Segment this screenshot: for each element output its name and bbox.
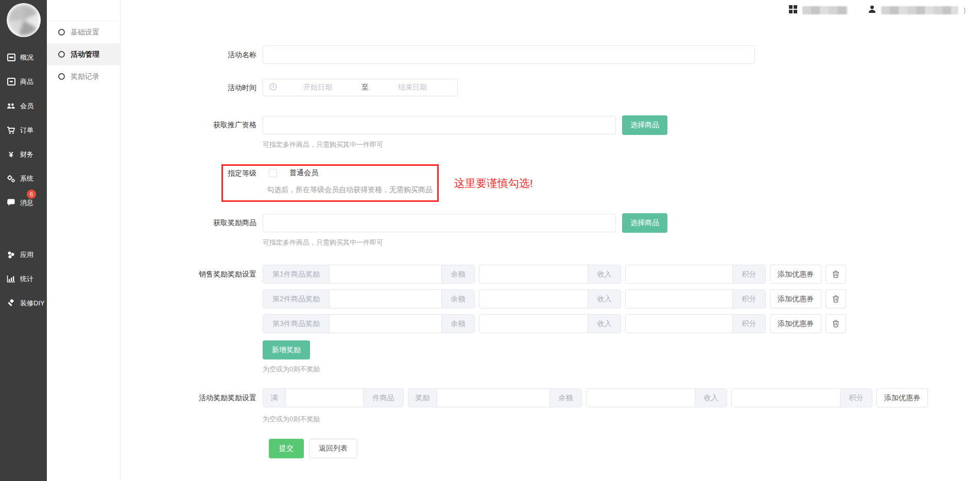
sales-reward-hint: 为空或为0则不奖励 bbox=[263, 365, 846, 374]
sidebar-item-products[interactable]: 商品 bbox=[0, 70, 47, 94]
activity-reward-balance-input[interactable] bbox=[437, 389, 549, 407]
sidebar-item-messages[interactable]: 消息 6 bbox=[0, 191, 47, 215]
select-product-button[interactable]: 选择商品 bbox=[622, 115, 667, 135]
income-addon: 收入 bbox=[588, 315, 621, 333]
add-coupon-button[interactable]: 添加优惠券 bbox=[876, 388, 928, 407]
gears-icon bbox=[7, 174, 15, 183]
add-coupon-button[interactable]: 添加优惠券 bbox=[770, 265, 821, 284]
activity-reward-hint: 为空或为0则不奖励 bbox=[263, 415, 928, 424]
sales-row-2-income-input[interactable] bbox=[479, 290, 588, 308]
add-coupon-button[interactable]: 添加优惠券 bbox=[770, 289, 821, 308]
add-coupon-button[interactable]: 添加优惠券 bbox=[770, 314, 821, 333]
reward-product-input[interactable] bbox=[263, 214, 616, 232]
sidebar-item-overview[interactable]: 概况 bbox=[0, 45, 47, 70]
sales-reward-row-3: 第3件商品奖励 余额 收入 积分 bbox=[263, 314, 846, 333]
sidebar-item-label: 装修DIY bbox=[20, 299, 45, 308]
end-date-placeholder: 结束日期 bbox=[374, 83, 451, 92]
sidebar-item-label: 会员 bbox=[20, 101, 33, 111]
topbar: ) bbox=[789, 5, 966, 15]
sales-row-1-points-input[interactable] bbox=[626, 265, 732, 283]
activity-reward-points-input[interactable] bbox=[732, 389, 840, 407]
overview-icon bbox=[7, 53, 15, 62]
delete-row-button[interactable] bbox=[826, 289, 846, 308]
message-badge: 6 bbox=[27, 190, 36, 199]
submenu-item-label: 活动管理 bbox=[71, 50, 99, 59]
activity-name-input[interactable] bbox=[263, 45, 755, 64]
reward-addon: 奖励 bbox=[408, 389, 437, 407]
trash-icon bbox=[832, 320, 839, 328]
activity-name-label: 活动名称 bbox=[121, 45, 263, 64]
sales-row-1-balance-input[interactable] bbox=[330, 265, 441, 283]
grid-icon[interactable] bbox=[789, 5, 797, 15]
level-checkbox-label: 普通会员 bbox=[289, 168, 318, 178]
sidebar-item-statistics[interactable]: 统计 bbox=[0, 267, 47, 291]
sales-row-3-balance-input[interactable] bbox=[330, 315, 441, 333]
app-root: 概况 商品 会员 订单 ¥ 财务 bbox=[0, 0, 980, 481]
promo-qualification-input[interactable] bbox=[263, 116, 616, 134]
add-reward-button[interactable]: 新增奖励 bbox=[263, 340, 310, 359]
sidebar-item-members[interactable]: 会员 bbox=[0, 94, 47, 118]
delete-row-button[interactable] bbox=[826, 265, 846, 284]
bar-chart-icon bbox=[7, 274, 15, 283]
user-icon[interactable] bbox=[868, 5, 876, 15]
reward-product-hint: 可指定多件商品，只需购买其中一件即可 bbox=[263, 238, 667, 247]
chat-bubble-icon bbox=[7, 198, 15, 207]
redacted-user-name[interactable] bbox=[881, 6, 958, 14]
activity-reward-row: 活动奖励奖励设置 满 件商品 奖励 余额 bbox=[121, 388, 980, 424]
income-addon: 收入 bbox=[695, 389, 727, 407]
circle-icon bbox=[58, 51, 65, 58]
submenu-item-activity-management[interactable]: 活动管理 bbox=[47, 43, 120, 65]
select-product-button[interactable]: 选择商品 bbox=[622, 213, 667, 233]
sidebar-item-label: 应用 bbox=[20, 250, 33, 260]
sales-row-3-income-input[interactable] bbox=[479, 315, 588, 333]
clock-icon bbox=[269, 83, 277, 93]
redacted-shop-name[interactable] bbox=[802, 6, 848, 14]
sidebar-item-apps[interactable]: 应用 bbox=[0, 243, 47, 267]
sales-reward-row-1: 第1件商品奖励 余额 收入 积分 bbox=[263, 265, 846, 284]
sidebar-item-label: 财务 bbox=[20, 150, 33, 159]
reward-product-row: 获取奖励商品 选择商品 可指定多件商品，只需购买其中一件即可 bbox=[121, 213, 980, 247]
activity-reward-qty-input[interactable] bbox=[286, 389, 363, 407]
activity-form: 活动名称 活动时间 开始日期 至 结束日期 获取推广资格 bbox=[121, 0, 980, 458]
promo-qualification-label: 获取推广资格 bbox=[121, 115, 263, 134]
level-hint: 勾选后，所在等级会员自动获得资格，无需购买商品 bbox=[267, 185, 980, 195]
sales-reward-row: 销售奖励奖励设置 第1件商品奖励 余额 收入 bbox=[121, 265, 980, 374]
balance-addon: 余额 bbox=[549, 389, 581, 407]
sales-row-2-points-input[interactable] bbox=[626, 290, 732, 308]
sales-row-2-balance-input[interactable] bbox=[330, 290, 441, 308]
balance-addon: 余额 bbox=[441, 290, 474, 308]
trash-icon bbox=[832, 270, 839, 278]
gavel-icon bbox=[7, 299, 15, 307]
submit-button[interactable]: 提交 bbox=[269, 439, 304, 458]
level-checkbox[interactable] bbox=[269, 169, 277, 177]
submenu-item-basic-settings[interactable]: 基础设置 bbox=[47, 21, 120, 43]
balance-addon: 余额 bbox=[441, 315, 474, 333]
delete-row-button[interactable] bbox=[826, 314, 846, 333]
activity-reward-income-input[interactable] bbox=[587, 389, 695, 407]
sales-row-1-income-input[interactable] bbox=[479, 265, 588, 283]
points-addon: 积分 bbox=[732, 265, 765, 283]
sidebar-item-system[interactable]: 系统 bbox=[0, 166, 47, 191]
sales-row-3-points-input[interactable] bbox=[626, 315, 732, 333]
sidebar-item-decorate-diy[interactable]: 装修DIY bbox=[0, 291, 47, 315]
sidebar-item-label: 订单 bbox=[20, 126, 33, 135]
yen-icon: ¥ bbox=[7, 150, 15, 159]
sidebar-item-orders[interactable]: 订单 bbox=[0, 118, 47, 142]
start-date-placeholder: 开始日期 bbox=[279, 83, 356, 92]
full-addon: 满 bbox=[263, 389, 286, 407]
back-to-list-button[interactable]: 返回列表 bbox=[309, 439, 357, 458]
income-addon: 收入 bbox=[588, 290, 621, 308]
date-range-picker[interactable]: 开始日期 至 结束日期 bbox=[263, 79, 458, 96]
topbar-suffix: ) bbox=[964, 7, 966, 14]
activity-time-label: 活动时间 bbox=[121, 79, 263, 96]
submenu-item-reward-records[interactable]: 奖励记录 bbox=[47, 65, 120, 88]
box-icon bbox=[7, 77, 15, 86]
sidebar-item-finance[interactable]: ¥ 财务 bbox=[0, 142, 47, 166]
points-addon: 积分 bbox=[732, 315, 765, 333]
qty-addon: 件商品 bbox=[363, 389, 403, 407]
submenu-item-label: 基础设置 bbox=[71, 28, 99, 37]
avatar[interactable] bbox=[7, 3, 41, 37]
sidebar-item-label: 统计 bbox=[20, 274, 33, 284]
sidebar-item-label: 商品 bbox=[20, 77, 33, 87]
activity-reward-label: 活动奖励奖励设置 bbox=[121, 388, 263, 407]
